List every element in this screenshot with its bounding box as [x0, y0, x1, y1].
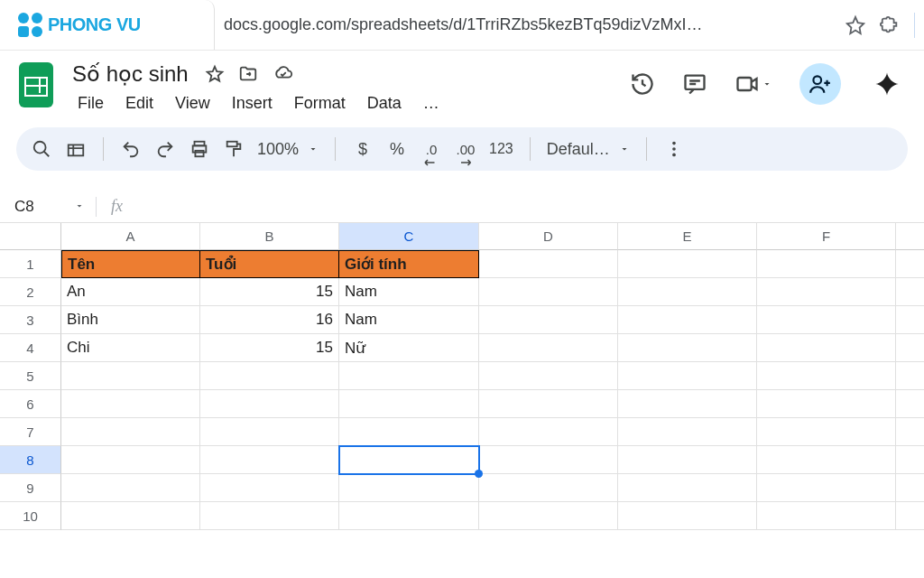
select-all-corner[interactable]: [0, 223, 61, 250]
share-button[interactable]: [799, 63, 841, 105]
cell-E7[interactable]: [618, 418, 757, 446]
menu-insert[interactable]: Insert: [223, 90, 282, 117]
cell-B5[interactable]: [200, 362, 339, 390]
col-header-F[interactable]: F: [757, 223, 896, 250]
cell-F8[interactable]: [757, 446, 896, 474]
cell-F10[interactable]: [757, 502, 896, 530]
comments-icon[interactable]: [682, 71, 707, 97]
extensions-icon[interactable]: [880, 15, 900, 35]
search-menus-icon[interactable]: [31, 136, 52, 162]
cell-E9[interactable]: [618, 474, 757, 502]
col-header-A[interactable]: A: [61, 223, 200, 250]
bookmark-star-icon[interactable]: [845, 15, 865, 35]
menu-data[interactable]: Data: [358, 90, 411, 117]
cell-A9[interactable]: [61, 474, 200, 502]
url-text[interactable]: docs.google.com/spreadsheets/d/1TrriRZbs…: [224, 15, 831, 34]
menu-file[interactable]: File: [69, 90, 113, 117]
browser-tab[interactable]: PHONG VU: [0, 0, 215, 50]
sheets-logo-icon[interactable]: [16, 60, 56, 110]
cell-G4[interactable]: [896, 334, 924, 362]
cell-B2[interactable]: 15: [200, 278, 339, 306]
cell-B4[interactable]: 15: [200, 334, 339, 362]
menu-more[interactable]: …: [414, 90, 448, 117]
name-box[interactable]: C8: [0, 198, 96, 216]
row-header-2[interactable]: 2: [0, 278, 61, 306]
cell-A2[interactable]: An: [61, 278, 200, 306]
cell-B7[interactable]: [200, 418, 339, 446]
cell-F9[interactable]: [757, 474, 896, 502]
cell-G3[interactable]: [896, 306, 924, 334]
cell-E10[interactable]: [618, 502, 757, 530]
undo-icon[interactable]: [120, 136, 142, 162]
col-header-D[interactable]: D: [479, 223, 618, 250]
cell-B3[interactable]: 16: [200, 306, 339, 334]
cell-E2[interactable]: [618, 278, 757, 306]
spreadsheet-grid[interactable]: A B C D E F 1 Tên Tuổi Giới tính 2 An 15…: [0, 223, 924, 530]
cell-E6[interactable]: [618, 390, 757, 418]
cell-G8[interactable]: [896, 446, 924, 474]
cell-C8[interactable]: [339, 446, 479, 474]
cell-A4[interactable]: Chi: [61, 334, 200, 362]
meet-icon[interactable]: [735, 71, 772, 97]
row-header-8[interactable]: 8: [0, 446, 61, 474]
cell-A1[interactable]: Tên: [61, 250, 200, 278]
row-header-3[interactable]: 3: [0, 306, 61, 334]
cell-G6[interactable]: [896, 390, 924, 418]
font-dropdown[interactable]: Defaul…: [547, 140, 630, 159]
cell-D5[interactable]: [479, 362, 618, 390]
cell-A5[interactable]: [61, 362, 200, 390]
cell-G10[interactable]: [896, 502, 924, 530]
cloud-status-icon[interactable]: [272, 64, 295, 84]
move-folder-icon[interactable]: [237, 64, 259, 84]
table-view-icon[interactable]: [65, 136, 87, 162]
currency-icon[interactable]: $: [352, 136, 374, 162]
star-icon[interactable]: [205, 64, 225, 84]
percent-icon[interactable]: %: [386, 136, 408, 162]
row-header-10[interactable]: 10: [0, 502, 61, 530]
cell-B8[interactable]: [200, 446, 339, 474]
cell-D2[interactable]: [479, 278, 618, 306]
cell-G7[interactable]: [896, 418, 924, 446]
cell-D7[interactable]: [479, 418, 618, 446]
cell-B9[interactable]: [200, 474, 339, 502]
col-header-overflow[interactable]: [896, 223, 924, 250]
cell-G2[interactable]: [896, 278, 924, 306]
cell-F2[interactable]: [757, 278, 896, 306]
cell-D10[interactable]: [479, 502, 618, 530]
row-header-4[interactable]: 4: [0, 334, 61, 362]
cell-C4[interactable]: Nữ: [339, 334, 479, 362]
decrease-decimal-icon[interactable]: .0: [420, 136, 442, 162]
cell-A6[interactable]: [61, 390, 200, 418]
row-header-7[interactable]: 7: [0, 418, 61, 446]
cell-D1[interactable]: [479, 250, 618, 278]
more-toolbar-icon[interactable]: [663, 136, 685, 162]
cell-F4[interactable]: [757, 334, 896, 362]
gemini-icon[interactable]: [873, 70, 901, 98]
doc-title[interactable]: Số học sinh: [69, 60, 192, 89]
cell-D6[interactable]: [479, 390, 618, 418]
cell-D3[interactable]: [479, 306, 618, 334]
history-icon[interactable]: [630, 71, 655, 97]
cell-E8[interactable]: [618, 446, 757, 474]
cell-E5[interactable]: [618, 362, 757, 390]
cell-G1[interactable]: [896, 250, 924, 278]
cell-B10[interactable]: [200, 502, 339, 530]
cell-C6[interactable]: [339, 390, 479, 418]
number-format-123[interactable]: 123: [489, 136, 513, 162]
cell-D8[interactable]: [479, 446, 618, 474]
cell-C2[interactable]: Nam: [339, 278, 479, 306]
increase-decimal-icon[interactable]: .00: [455, 136, 476, 162]
cell-B1[interactable]: Tuổi: [200, 250, 339, 278]
menu-edit[interactable]: Edit: [116, 90, 162, 117]
menu-format[interactable]: Format: [285, 90, 355, 117]
cell-C5[interactable]: [339, 362, 479, 390]
cell-C10[interactable]: [339, 502, 479, 530]
row-header-5[interactable]: 5: [0, 362, 61, 390]
cell-F1[interactable]: [757, 250, 896, 278]
col-header-E[interactable]: E: [618, 223, 757, 250]
cell-C3[interactable]: Nam: [339, 306, 479, 334]
col-header-B[interactable]: B: [200, 223, 339, 250]
paint-format-icon[interactable]: [223, 136, 245, 162]
cell-F7[interactable]: [757, 418, 896, 446]
cell-C7[interactable]: [339, 418, 479, 446]
